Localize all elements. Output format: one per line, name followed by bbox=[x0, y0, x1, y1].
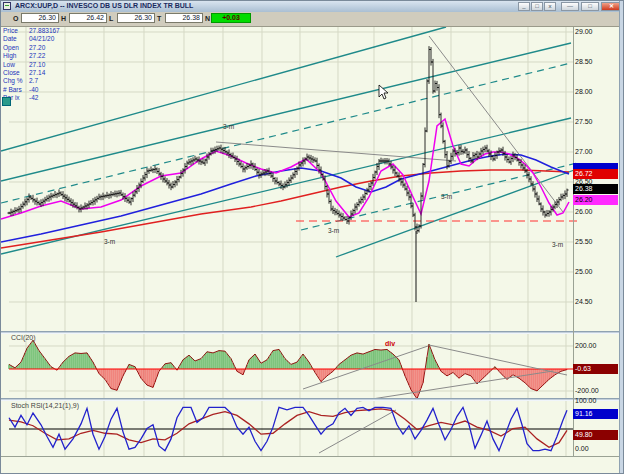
scale-tick-label: 100.00 bbox=[575, 397, 596, 404]
scale-tick-label: 0.00 bbox=[575, 445, 589, 452]
net-change-label: N bbox=[205, 15, 210, 22]
tool-value-row: Date04/21/20 bbox=[3, 35, 83, 43]
cci-value-badge: -0.63 bbox=[573, 364, 618, 374]
svg-text:3-m: 3-m bbox=[328, 227, 339, 234]
chart-restore-button[interactable]: □ bbox=[531, 2, 543, 11]
stoch-d-badge: 49.80 bbox=[573, 430, 618, 440]
scale-tick-label: 27.50 bbox=[575, 118, 593, 125]
panel-separator-price-cci[interactable] bbox=[1, 331, 619, 334]
cci-study-label: CCI(20) bbox=[11, 334, 36, 341]
svg-text:3-m: 3-m bbox=[552, 241, 563, 248]
quote-field-label: O bbox=[13, 15, 18, 22]
chart-close-button[interactable]: x bbox=[544, 2, 556, 11]
svg-text:3-m: 3-m bbox=[441, 193, 452, 200]
chart-window: { "window": { "title": "ARCX:UUP,D -- IN… bbox=[0, 0, 624, 474]
last-price-badge: 26.38 bbox=[573, 184, 618, 194]
magenta-ma-price-badge: 26.20 bbox=[573, 195, 618, 205]
chart-minimize-button[interactable]: _ bbox=[518, 2, 530, 11]
tool-value-label: Chg % bbox=[3, 77, 29, 84]
time-scale[interactable]: 8 2229 6 1320283 101724 1 8 152229 5 121… bbox=[1, 456, 619, 474]
quote-field-value: 26.42 bbox=[69, 13, 107, 23]
tool-value-row: Chg %2.7 bbox=[3, 77, 83, 85]
tool-value-value: 27.883167 bbox=[29, 27, 60, 34]
scale-tick-label: -200.00 bbox=[575, 387, 599, 394]
quote-field-value: 26.38 bbox=[165, 13, 203, 23]
chart-icon bbox=[3, 2, 11, 10]
quote-field-value: 26.30 bbox=[117, 13, 155, 23]
window-maximize-button[interactable]: □ bbox=[581, 2, 599, 11]
scale-tick-label: 24.50 bbox=[575, 298, 593, 305]
quote-field-label: H bbox=[61, 15, 66, 22]
tool-value-row: # Bars-40 bbox=[3, 86, 83, 94]
red-ma-price-badge: 26.72 bbox=[573, 169, 618, 179]
svg-text:3-m: 3-m bbox=[104, 238, 115, 245]
tool-value-value: 04/21/20 bbox=[29, 35, 54, 42]
panel-separator-cci-stoch[interactable] bbox=[1, 398, 619, 401]
tool-value-label: Low bbox=[3, 61, 29, 68]
tool-values-panel: Price27.883167Date04/21/20Open27.20High2… bbox=[3, 27, 83, 103]
tool-value-value: -42 bbox=[29, 94, 38, 101]
scale-tick-label: 200.00 bbox=[575, 342, 596, 349]
divergence-annotation: div bbox=[385, 340, 395, 347]
drawing-tool-swatch[interactable] bbox=[2, 97, 11, 106]
quote-field-label: L bbox=[109, 15, 113, 22]
tool-value-value: -40 bbox=[29, 86, 38, 93]
tool-value-row: Open27.20 bbox=[3, 44, 83, 52]
window-minimize-button[interactable]: — bbox=[561, 2, 579, 11]
tool-value-label: Close bbox=[3, 69, 29, 76]
price-scale[interactable]: 29.0028.5028.0027.5027.0026.5026.0025.50… bbox=[573, 27, 619, 331]
tool-value-label: High bbox=[3, 52, 29, 59]
tool-value-label: # Bars bbox=[3, 86, 29, 93]
tool-value-label: Open bbox=[3, 44, 29, 51]
tool-value-value: 27.20 bbox=[29, 44, 45, 51]
chart-canvas[interactable]: 3-m3-m3-m3-m3-m bbox=[1, 1, 624, 474]
tool-value-row: Close27.14 bbox=[3, 69, 83, 77]
tool-value-label: Date bbox=[3, 35, 29, 42]
stoch-k-badge: 91.16 bbox=[573, 409, 618, 419]
tool-value-row: Price27.883167 bbox=[3, 27, 83, 35]
tool-value-row: Bar ix-42 bbox=[3, 94, 83, 102]
tool-value-row: Low27.10 bbox=[3, 61, 83, 69]
tool-value-value: 27.10 bbox=[29, 61, 45, 68]
tool-value-value: 27.22 bbox=[29, 52, 45, 59]
scale-tick-label: 26.00 bbox=[575, 208, 593, 215]
scale-tick-label: 27.00 bbox=[575, 148, 593, 155]
window-title: ARCX:UUP,D -- INVESCO DB US DLR INDEX TR… bbox=[15, 2, 193, 9]
scale-tick-label: 25.50 bbox=[575, 238, 593, 245]
quote-field-value: 26.30 bbox=[21, 13, 59, 23]
svg-text:3-m: 3-m bbox=[223, 123, 234, 130]
stoch-study-label: Stoch RSI(14,21(1),9) bbox=[11, 402, 79, 409]
scale-tick-label: 25.00 bbox=[575, 268, 593, 275]
net-change-badge: +0.03 bbox=[211, 13, 251, 23]
tool-value-row: High27.22 bbox=[3, 52, 83, 60]
window-right-frame[interactable] bbox=[619, 1, 624, 474]
scale-tick-label: 29.00 bbox=[575, 28, 593, 35]
tool-value-value: 27.14 bbox=[29, 69, 45, 76]
tool-value-label: Price bbox=[3, 27, 29, 34]
scale-tick-label: 28.50 bbox=[575, 58, 593, 65]
quote-field-label: T bbox=[157, 15, 161, 22]
tool-value-value: 2.7 bbox=[29, 77, 38, 84]
scale-tick-label: 28.00 bbox=[575, 88, 593, 95]
